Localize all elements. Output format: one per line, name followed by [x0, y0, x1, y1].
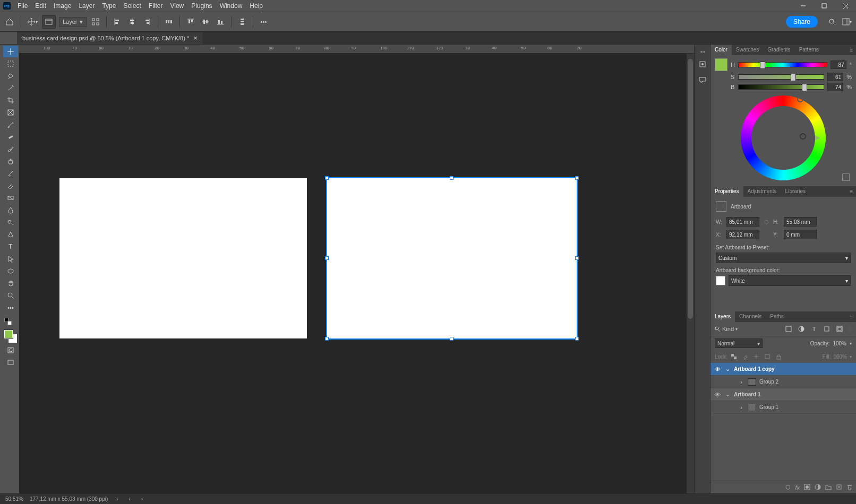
status-arrow-icon[interactable]: ›	[114, 496, 120, 502]
hue-marker-icon[interactable]	[797, 96, 803, 102]
color-swatches-icon[interactable]	[3, 329, 18, 344]
menu-filter[interactable]: Filter	[145, 0, 167, 12]
menu-help[interactable]: Help	[246, 0, 267, 12]
tab-gradients[interactable]: Gradients	[763, 45, 794, 55]
panel-menu-icon[interactable]: ≡	[846, 314, 856, 320]
path-select-tool[interactable]	[3, 253, 18, 265]
brightness-input[interactable]	[827, 83, 843, 91]
filter-shape-icon[interactable]	[822, 324, 832, 334]
lasso-tool[interactable]	[3, 70, 18, 82]
menu-image[interactable]: Image	[50, 0, 75, 12]
tab-swatches[interactable]: Swatches	[732, 45, 763, 55]
tab-layers[interactable]: Layers	[711, 311, 735, 322]
blur-tool[interactable]	[3, 204, 18, 216]
resize-handle[interactable]	[575, 337, 579, 341]
layer-filter-kind[interactable]: Kind ▾	[715, 326, 738, 332]
opacity-value[interactable]: 100%	[833, 341, 846, 346]
layer-group-1[interactable]: › Group 1	[711, 401, 856, 414]
blend-mode-select[interactable]: Normal▾	[715, 338, 763, 348]
layer-mask-icon[interactable]	[804, 484, 810, 491]
horizontal-ruler[interactable]: 10070 6010 2030 4050 6070 8090 100110 12…	[19, 45, 694, 54]
bgcolor-select[interactable]: White▾	[729, 275, 851, 286]
layer-group-2[interactable]: › Group 2	[711, 376, 856, 388]
edit-toolbar-icon[interactable]: •••	[3, 302, 18, 314]
menu-layer[interactable]: Layer	[75, 0, 98, 12]
x-input[interactable]	[726, 230, 759, 239]
canvas-viewport[interactable]: 10070 6010 2030 4050 6070 8090 100110 12…	[19, 45, 694, 493]
visibility-toggle-icon[interactable]: 👁	[714, 392, 721, 398]
artboard-1[interactable]	[59, 178, 307, 338]
lock-transparency-icon[interactable]	[730, 352, 739, 361]
bgcolor-swatch[interactable]	[716, 276, 725, 285]
workspace-button[interactable]: ▾	[841, 16, 853, 28]
layer-artboard-1[interactable]: 👁 ⌄ Artboard 1	[711, 388, 856, 401]
move-tool[interactable]	[3, 46, 18, 57]
marquee-tool[interactable]	[3, 58, 18, 69]
lock-position-icon[interactable]	[752, 352, 761, 361]
chevron-right-icon[interactable]: ›	[738, 404, 744, 411]
filter-pixel-icon[interactable]	[784, 324, 793, 334]
menu-window[interactable]: Window	[216, 0, 246, 12]
default-colors-icon[interactable]	[4, 318, 17, 325]
panel-menu-icon[interactable]: ≡	[846, 189, 856, 195]
align-right-icon[interactable]	[141, 16, 153, 28]
resize-handle[interactable]	[450, 337, 453, 341]
new-group-icon[interactable]	[825, 484, 832, 491]
tab-paths[interactable]: Paths	[766, 311, 788, 322]
chevron-right-icon[interactable]: ›	[738, 379, 744, 385]
align-vcenter-icon[interactable]	[200, 16, 211, 28]
chevron-down-icon[interactable]: ⌄	[724, 391, 731, 398]
link-wh-icon[interactable]: ⬡	[763, 219, 770, 225]
share-button[interactable]: Share	[786, 16, 818, 28]
filter-type-icon[interactable]: T	[809, 324, 819, 334]
minimize-button[interactable]	[792, 0, 814, 12]
doc-info[interactable]: 177,12 mm x 55,03 mm (300 ppi)	[30, 496, 108, 502]
expand-wheel-icon[interactable]	[842, 173, 850, 181]
tab-channels[interactable]: Channels	[735, 311, 766, 322]
clone-tool[interactable]	[3, 155, 18, 167]
brightness-slider[interactable]	[738, 84, 824, 90]
panel-menu-icon[interactable]: ≡	[846, 47, 856, 53]
resize-handle[interactable]	[325, 176, 329, 180]
fill-value[interactable]: 100%	[833, 354, 847, 360]
tab-color[interactable]: Color	[711, 45, 732, 55]
brush-settings-icon[interactable]	[697, 58, 708, 70]
layer-artboard-1-copy[interactable]: 👁 ⌄ Artboard 1 copy	[711, 363, 856, 376]
comments-icon[interactable]	[697, 74, 708, 86]
chevron-down-icon[interactable]: ⌄	[724, 366, 731, 372]
tab-libraries[interactable]: Libraries	[781, 186, 810, 197]
hue-slider[interactable]	[738, 62, 827, 67]
status-scroll-left-icon[interactable]: ‹	[127, 496, 133, 502]
resize-handle[interactable]	[325, 337, 329, 341]
resize-handle[interactable]	[575, 256, 579, 260]
crop-tool[interactable]	[3, 94, 18, 106]
eraser-tool[interactable]	[3, 180, 18, 192]
visibility-toggle-icon[interactable]: 👁	[714, 366, 721, 372]
zoom-level[interactable]: 50,51%	[5, 496, 23, 502]
dodge-tool[interactable]	[3, 216, 18, 228]
search-button[interactable]	[826, 16, 838, 28]
close-button[interactable]	[835, 0, 856, 12]
delete-layer-icon[interactable]	[846, 484, 853, 491]
layer-fx-icon[interactable]: fx	[795, 484, 800, 491]
resize-handle[interactable]	[575, 176, 579, 180]
quickmask-icon[interactable]	[3, 344, 18, 356]
brush-tool[interactable]	[3, 143, 18, 155]
lock-artboard-icon[interactable]	[764, 352, 772, 361]
menu-type[interactable]: Type	[98, 0, 119, 12]
hand-tool[interactable]	[3, 277, 18, 289]
resize-handle[interactable]	[450, 176, 453, 180]
adjustment-layer-icon[interactable]	[815, 484, 821, 491]
new-layer-icon[interactable]	[836, 484, 842, 491]
height-input[interactable]	[784, 217, 817, 227]
color-wheel[interactable]	[715, 93, 852, 183]
pen-tool[interactable]	[3, 229, 18, 240]
align-hcenter-icon[interactable]	[126, 16, 138, 28]
resize-handle[interactable]	[325, 256, 329, 260]
vertical-scrollbar[interactable]	[687, 54, 694, 493]
home-button[interactable]	[3, 15, 16, 28]
lock-all-icon[interactable]	[775, 352, 783, 361]
auto-select-toggle[interactable]	[42, 15, 56, 29]
magic-wand-tool[interactable]	[3, 82, 18, 94]
healing-tool[interactable]	[3, 131, 18, 143]
